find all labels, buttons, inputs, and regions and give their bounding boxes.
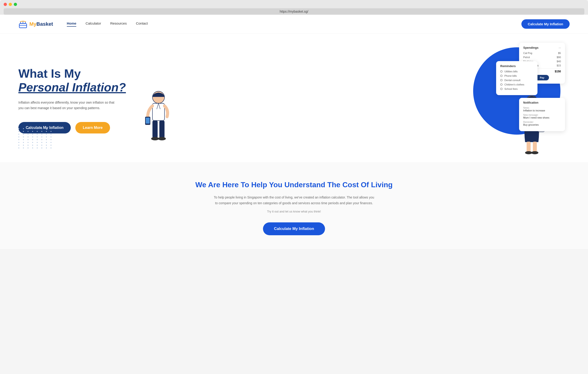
help-cta-button[interactable]: Calculate My Inflation (263, 222, 325, 235)
reminders-card: Reminders Utilities bills Phone bills De… (496, 61, 537, 95)
notification-card: Notification News: Inflation to increase… (519, 98, 565, 131)
notification-reminder: Reminder: Buy groceries (523, 121, 561, 126)
reminder-school: School fees (500, 87, 533, 90)
dot-pattern (18, 128, 53, 149)
svg-rect-7 (159, 121, 165, 138)
notification-title: Notification (523, 101, 561, 104)
svg-point-17 (525, 151, 532, 154)
spending-row-calPng: Cal Png$5 (523, 52, 561, 54)
nav-home[interactable]: Home (67, 21, 76, 27)
address-bar[interactable]: https://mybasket.sg/ (4, 8, 584, 15)
basket-icon (18, 20, 28, 29)
svg-point-8 (151, 137, 159, 140)
svg-rect-6 (153, 121, 158, 138)
help-sub: Try it out and let us know what you thin… (18, 210, 570, 213)
hero-section: What Is My Personal Inflation? Inflation… (0, 33, 588, 162)
help-section: We Are Here To Help You Understand The C… (0, 162, 588, 249)
spendings-title: Spendings (523, 46, 538, 49)
spending-row-petrol: Petrol$90 (523, 56, 561, 59)
reminder-utilities: Utilities bills (500, 70, 533, 73)
svg-rect-15 (527, 141, 531, 152)
hero-title: What Is My Personal Inflation? (18, 67, 138, 95)
hero-left: What Is My Personal Inflation? Inflation… (18, 67, 138, 133)
logo-my: My (29, 21, 37, 27)
nav-contact[interactable]: Contact (136, 21, 148, 27)
navbar: MyBasket Home Calculator Resources Conta… (0, 15, 588, 33)
close-dot[interactable] (4, 3, 7, 6)
notification-news: News: Inflation to increase (523, 107, 561, 112)
reminder-children: Children's clothes (500, 83, 533, 86)
hero-title-line2: Personal Inflation? (18, 81, 138, 95)
nav-calculator[interactable]: Calculator (85, 21, 101, 27)
nav-links: Home Calculator Resources Contact (67, 21, 521, 27)
svg-rect-3 (153, 103, 165, 121)
hero-illustration: Spendings ··· Cal Png$5 Petrol$90 Medici… (138, 47, 570, 153)
help-title: We Are Here To Help You Understand The C… (18, 181, 570, 189)
svg-point-18 (531, 151, 538, 154)
nav-cta-button[interactable]: Calculate My Inflation (521, 19, 570, 29)
svg-point-9 (158, 137, 166, 140)
minimize-dot[interactable] (9, 3, 12, 6)
hero-description: Inflation affects everyone differently, … (18, 100, 115, 111)
logo[interactable]: MyBasket (18, 20, 53, 29)
hero-title-line1: What Is My (18, 67, 81, 80)
reminder-dental: Dental consult (500, 79, 533, 82)
hero-learn-more-button[interactable]: Learn More (75, 122, 110, 133)
help-description: To help people living in Singapore with … (214, 195, 374, 206)
svg-rect-11 (146, 118, 150, 124)
man-figure (140, 89, 177, 158)
reminder-phone: Phone bills (500, 75, 533, 77)
reminders-title: Reminders (500, 64, 516, 68)
ui-cards: Spendings ··· Cal Png$5 Petrol$90 Medici… (519, 43, 565, 86)
spendings-menu: ··· (559, 46, 561, 49)
maximize-dot[interactable] (14, 3, 17, 6)
svg-rect-16 (533, 141, 537, 152)
nav-resources[interactable]: Resources (110, 21, 127, 27)
notification-message: New message: Mum I need new shoes (523, 114, 561, 119)
logo-basket: Basket (37, 21, 53, 27)
